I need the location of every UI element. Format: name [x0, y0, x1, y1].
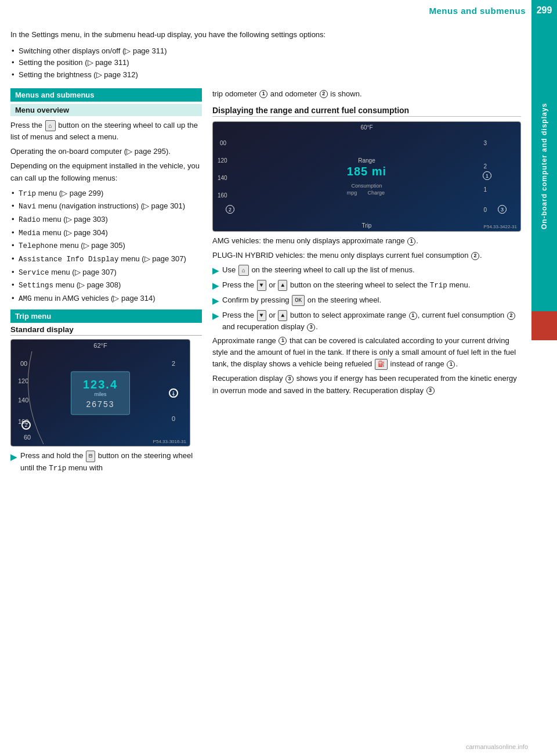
right-dash-temp: 60°F [360, 124, 372, 131]
intro-bullet-2: Setting the position (▷ page 311) [10, 57, 521, 69]
svg-text:1: 1 [172, 392, 175, 399]
svg-text:120: 120 [218, 157, 227, 164]
intro-text: In the Settings menu, in the submenu hea… [10, 29, 521, 41]
sidebar-red-block [531, 311, 557, 340]
plugin-circle-2: 2 [471, 252, 479, 260]
dash-temp: 62°F [93, 342, 107, 349]
circle-3-instr: 3 [307, 323, 315, 332]
press-hold-instruction: ▶ Press and hold the ⊟ button on the ste… [10, 450, 202, 474]
instruction-1: ▶ Use ⌂ on the steering wheel to call up… [212, 264, 521, 277]
refuel-icon: ⛽ [375, 359, 388, 370]
page-number: 299 [531, 0, 557, 21]
right-dash-photo-credit: P54.33-3422-31 [484, 224, 517, 229]
left-column: Menus and submenus Menu overview Press t… [10, 88, 202, 474]
ok-btn: OK [292, 295, 305, 306]
right-dash-bottom-labels: mpg Charge [347, 190, 386, 196]
menu-item-assistance: Assistance Info Display menu (▷ page 307… [10, 253, 202, 266]
intro-bullet-3: Setting the brightness (▷ page 312) [10, 69, 521, 81]
press-hold-btn-icon: ⊟ [86, 451, 95, 462]
sidebar-label-text: On-board computer and displays [540, 103, 548, 229]
svg-text:160: 160 [218, 192, 227, 199]
home-button-icon: ⌂ [45, 120, 56, 132]
press-hold-text1: Press and hold the [20, 451, 83, 460]
menu-overview-para1: Press the ⌂ button on the steering wheel… [10, 120, 202, 143]
dashboard-image-left: 00 120 140 160 60 123.4 miles 26753 1 [10, 339, 190, 447]
main-content: In the Settings menu, in the submenu hea… [0, 21, 531, 483]
svg-text:2: 2 [483, 163, 487, 170]
instruction-4: ▶ Press the ▼ or ▲ button to select appr… [212, 309, 521, 333]
arrow-1: ▶ [212, 265, 219, 277]
dashboard-image-right: 00 120 140 160 3 2 1 0 60°F Range 185 mi… [212, 121, 521, 232]
svg-text:140: 140 [18, 397, 28, 404]
section-header-trip: Trip menu [10, 309, 202, 323]
dash-display-box: 123.4 miles 26753 [71, 371, 130, 415]
svg-text:3: 3 [483, 140, 487, 146]
menu-item-navi: Navi menu (navigation instructions) (▷ p… [10, 200, 202, 213]
down-btn-2: ▼ [257, 280, 266, 291]
section-header-menus: Menus and submenus [10, 88, 202, 102]
dash-photo-credit-left: P54.33-3016-31 [153, 439, 186, 444]
menu-item-media: Media menu (▷ page 304) [10, 226, 202, 240]
instruction-3: ▶ Confirm by pressing OK on the steering… [212, 294, 521, 307]
circle-2-instr: 2 [507, 312, 515, 320]
menu-item-settings: Settings menu (▷ page 308) [10, 279, 202, 292]
amg-circle-1: 1 [407, 237, 415, 246]
circle-1-instr: 1 [409, 312, 417, 320]
intro-bullet-1: Switching other displays on/off (▷ page … [10, 45, 521, 57]
circle-1-trip: 1 [259, 90, 267, 98]
trip-odo-text: trip odometer [212, 89, 257, 98]
up-btn-4: ▲ [278, 310, 287, 321]
arrow-2: ▶ [212, 280, 219, 292]
svg-text:00: 00 [20, 360, 27, 367]
gauge-right-svg: 2 1 0 [151, 340, 186, 447]
right-column: trip odometer 1 and odometer 2 is shown.… [212, 88, 521, 474]
right-subheading-range: Displaying the range and current fuel co… [212, 106, 521, 117]
press-hold-text3: menu with [68, 463, 103, 472]
instruction-2: ▶ Press the ▼ or ▲ button on the steerin… [212, 279, 521, 292]
right-dash-consumption-label: Consumption [347, 183, 386, 189]
right-dash-circle-1: 1 [483, 171, 491, 180]
svg-text:00: 00 [220, 140, 227, 146]
plugin-text: PLUG-IN HYBRID vehicles: the menu only d… [212, 250, 521, 261]
sidebar-label: On-board computer and displays [531, 21, 557, 311]
press-the-text: Press the [10, 121, 42, 129]
svg-text:60: 60 [24, 434, 31, 441]
svg-text:2: 2 [172, 360, 175, 367]
menu-overview-para2: Operating the on-board computer (▷ page … [10, 146, 202, 157]
circle-2-odo: 2 [320, 90, 328, 98]
recup-text: Recuperation display 3 shows you if ener… [212, 373, 521, 396]
menu-item-telephone: Telephone menu (▷ page 305) [10, 239, 202, 253]
approx-circle-1: 1 [278, 337, 287, 345]
menu-item-service: Service menu (▷ page 307) [10, 266, 202, 279]
amg-text: AMG vehicles: the menu only displays app… [212, 235, 521, 247]
watermark: carmanualsonline.info [466, 743, 528, 750]
trip-odometer-intro: trip odometer 1 and odometer 2 is shown. [212, 88, 521, 100]
recup-circle-3b: 3 [426, 387, 435, 395]
right-dash-range-value: 185 mi [347, 165, 386, 178]
menu-item-amg: AMG menu in AMG vehicles (▷ page 314) [10, 292, 202, 305]
svg-text:140: 140 [218, 175, 227, 181]
and-text: and odometer [270, 89, 317, 98]
home-btn-right: ⌂ [238, 265, 249, 276]
recup-circle-3a: 3 [285, 375, 294, 383]
menu-item-radio: Radio menu (▷ page 303) [10, 213, 202, 226]
arrow-4: ▶ [212, 310, 219, 322]
right-dash-charge: Charge [367, 190, 385, 196]
right-dash-range-label: Range [347, 157, 386, 164]
intro-bullet-list: Switching other displays on/off (▷ page … [10, 45, 521, 81]
down-btn-4: ▼ [257, 310, 266, 321]
dash-center: 123.4 miles 26753 [71, 371, 130, 415]
up-btn-2: ▲ [278, 280, 287, 291]
svg-text:0: 0 [172, 415, 175, 422]
menu-item-trip: Trip menu (▷ page 299) [10, 187, 202, 200]
right-dash-circle-2: 2 [226, 205, 234, 214]
header: Menus and submenus 299 [0, 0, 557, 21]
right-dash-circle-3: 3 [498, 205, 507, 214]
trip-mono-2: Trip [430, 282, 447, 290]
dash-miles-label: miles [83, 391, 118, 397]
right-dash-mpg: mpg [347, 190, 357, 196]
arrow-3: ▶ [212, 295, 219, 307]
arrow-marker-press-hold: ▶ [10, 451, 17, 464]
menu-items-list: Trip menu (▷ page 299) Navi menu (naviga… [10, 187, 202, 305]
standard-display-label: Standard display [10, 325, 202, 336]
